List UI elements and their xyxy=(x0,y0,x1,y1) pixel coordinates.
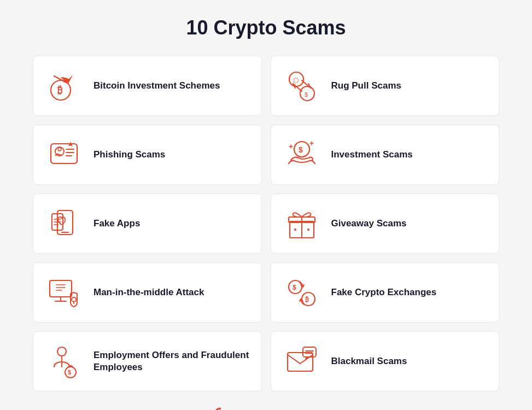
mitm-label: Man-in-the-middle Attack xyxy=(93,286,204,298)
giveaway-icon xyxy=(282,204,321,243)
svg-point-9 xyxy=(58,148,61,151)
investment-icon: $ xyxy=(282,135,321,174)
bitcoin-pick-icon: ₿ xyxy=(44,66,84,106)
card-blackmail: Blackmail Scams xyxy=(271,331,500,391)
svg-point-28 xyxy=(294,229,296,231)
phishing-icon xyxy=(44,135,84,174)
card-employment: $ Employment Offers and Fraudulent Emplo… xyxy=(33,331,262,391)
svg-text:⬡: ⬡ xyxy=(293,77,299,84)
card-investment: $ Investment Scams xyxy=(271,125,500,185)
rug-pull-icon: ⬡ $ xyxy=(282,66,321,106)
svg-point-36 xyxy=(72,297,76,302)
svg-text:$: $ xyxy=(293,284,296,291)
svg-text:$: $ xyxy=(299,145,303,154)
page-title: 10 Crypto Scams xyxy=(186,16,346,39)
employment-icon: $ xyxy=(44,342,84,381)
rug-pull-label: Rug Pull Scams xyxy=(331,80,401,92)
svg-text:$: $ xyxy=(305,91,308,98)
mitm-icon xyxy=(44,273,84,312)
brand-logo xyxy=(213,407,227,410)
investment-label: Investment Scams xyxy=(331,149,413,161)
svg-text:$: $ xyxy=(68,369,71,376)
svg-rect-30 xyxy=(50,280,72,297)
card-mitm: Man-in-the-middle Attack xyxy=(33,262,262,323)
phishing-label: Phishing Scams xyxy=(93,149,165,161)
svg-text:₿: ₿ xyxy=(57,85,62,96)
card-phishing: Phishing Scams xyxy=(33,125,262,185)
blackmail-label: Blackmail Scams xyxy=(331,355,407,367)
footer: SANCTION SCANNER xyxy=(213,407,319,410)
card-rug-pull: ⬡ $ Rug Pull Scams xyxy=(271,56,500,116)
fake-apps-label: Fake Apps xyxy=(93,218,140,230)
svg-point-42 xyxy=(57,347,66,356)
fake-apps-icon xyxy=(44,204,84,243)
scams-grid: ₿ Bitcoin Investment Schemes ⬡ $ xyxy=(33,56,499,391)
giveaway-label: Giveaway Scams xyxy=(331,218,407,230)
card-fake-apps: Fake Apps xyxy=(33,194,262,254)
svg-text:₿: ₿ xyxy=(305,296,309,303)
card-giveaway: Giveaway Scams xyxy=(271,194,500,254)
employment-label: Employment Offers and Fraudulent Employe… xyxy=(93,349,250,373)
brand-icon xyxy=(213,407,227,410)
svg-point-29 xyxy=(307,229,309,231)
svg-rect-46 xyxy=(288,353,313,371)
fake-exchanges-label: Fake Crypto Exchanges xyxy=(331,286,437,298)
blackmail-icon xyxy=(282,342,321,381)
card-bitcoin-investment: ₿ Bitcoin Investment Schemes xyxy=(33,56,262,116)
card-fake-exchanges: $ ₿ Fake Crypto Exchanges xyxy=(271,262,500,323)
bitcoin-investment-label: Bitcoin Investment Schemes xyxy=(93,80,220,92)
fake-exchanges-icon: $ ₿ xyxy=(282,273,321,312)
